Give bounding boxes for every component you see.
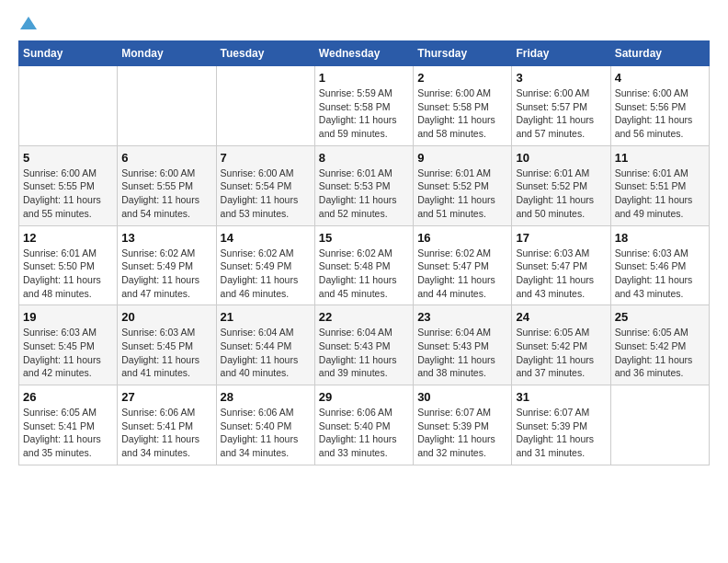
- calendar-cell: 20Sunrise: 6:03 AMSunset: 5:45 PMDayligh…: [118, 305, 216, 385]
- calendar-cell: 17Sunrise: 6:03 AMSunset: 5:47 PMDayligh…: [512, 225, 610, 305]
- calendar-cell: 6Sunrise: 6:00 AMSunset: 5:55 PMDaylight…: [118, 145, 216, 225]
- calendar-cell: 5Sunrise: 6:00 AMSunset: 5:55 PMDaylight…: [19, 145, 118, 225]
- day-number: 17: [516, 231, 606, 245]
- day-number: 20: [121, 310, 211, 324]
- calendar-cell: [610, 385, 709, 465]
- calendar-table: SundayMondayTuesdayWednesdayThursdayFrid…: [18, 40, 710, 465]
- day-info: Sunrise: 6:02 AMSunset: 5:49 PMDaylight:…: [121, 247, 211, 301]
- calendar-cell: 19Sunrise: 6:03 AMSunset: 5:45 PMDayligh…: [19, 305, 118, 385]
- weekday-header-tuesday: Tuesday: [216, 41, 314, 66]
- day-info: Sunrise: 5:59 AMSunset: 5:58 PMDaylight:…: [319, 86, 409, 141]
- day-number: 27: [121, 390, 211, 404]
- calendar-cell: 21Sunrise: 6:04 AMSunset: 5:44 PMDayligh…: [216, 305, 314, 385]
- calendar-week-row: 26Sunrise: 6:05 AMSunset: 5:41 PMDayligh…: [19, 385, 710, 465]
- day-number: 7: [221, 151, 311, 165]
- day-info: Sunrise: 6:00 AMSunset: 5:57 PMDaylight:…: [516, 86, 606, 141]
- day-number: 10: [516, 151, 606, 165]
- day-number: 24: [516, 310, 606, 324]
- calendar-cell: 23Sunrise: 6:04 AMSunset: 5:43 PMDayligh…: [414, 305, 512, 385]
- calendar-cell: 26Sunrise: 6:05 AMSunset: 5:41 PMDayligh…: [19, 385, 118, 465]
- calendar-week-row: 12Sunrise: 6:01 AMSunset: 5:50 PMDayligh…: [19, 225, 710, 305]
- day-info: Sunrise: 6:07 AMSunset: 5:39 PMDaylight:…: [516, 406, 606, 460]
- day-info: Sunrise: 6:01 AMSunset: 5:53 PMDaylight:…: [319, 167, 409, 221]
- day-number: 29: [319, 390, 409, 404]
- day-number: 6: [121, 151, 211, 165]
- day-info: Sunrise: 6:02 AMSunset: 5:47 PMDaylight:…: [417, 247, 507, 301]
- calendar-cell: 16Sunrise: 6:02 AMSunset: 5:47 PMDayligh…: [414, 225, 512, 305]
- calendar-cell: 1Sunrise: 5:59 AMSunset: 5:58 PMDaylight…: [314, 66, 413, 146]
- weekday-header-wednesday: Wednesday: [314, 41, 413, 66]
- calendar-cell: 15Sunrise: 6:02 AMSunset: 5:48 PMDayligh…: [314, 225, 413, 305]
- day-info: Sunrise: 6:07 AMSunset: 5:39 PMDaylight:…: [417, 406, 507, 460]
- day-info: Sunrise: 6:06 AMSunset: 5:40 PMDaylight:…: [221, 406, 311, 460]
- day-number: 5: [23, 151, 113, 165]
- logo-icon: [20, 15, 37, 31]
- calendar-cell: [118, 66, 216, 146]
- calendar-cell: 9Sunrise: 6:01 AMSunset: 5:52 PMDaylight…: [414, 145, 512, 225]
- day-info: Sunrise: 6:00 AMSunset: 5:55 PMDaylight:…: [23, 167, 113, 221]
- calendar-week-row: 19Sunrise: 6:03 AMSunset: 5:45 PMDayligh…: [19, 305, 710, 385]
- calendar-cell: [19, 66, 118, 146]
- day-number: 31: [516, 390, 606, 404]
- calendar-week-row: 1Sunrise: 5:59 AMSunset: 5:58 PMDaylight…: [19, 66, 710, 146]
- day-number: 28: [221, 390, 311, 404]
- day-number: 21: [221, 310, 311, 324]
- calendar-cell: 7Sunrise: 6:00 AMSunset: 5:54 PMDaylight…: [216, 145, 314, 225]
- calendar-cell: 24Sunrise: 6:05 AMSunset: 5:42 PMDayligh…: [512, 305, 610, 385]
- day-number: 25: [615, 310, 705, 324]
- weekday-header-monday: Monday: [118, 41, 216, 66]
- calendar-cell: 4Sunrise: 6:00 AMSunset: 5:56 PMDaylight…: [610, 66, 709, 146]
- day-number: 18: [615, 231, 705, 245]
- day-number: 1: [319, 71, 409, 85]
- calendar-cell: 11Sunrise: 6:01 AMSunset: 5:51 PMDayligh…: [610, 145, 709, 225]
- calendar-cell: 14Sunrise: 6:02 AMSunset: 5:49 PMDayligh…: [216, 225, 314, 305]
- calendar-cell: 12Sunrise: 6:01 AMSunset: 5:50 PMDayligh…: [19, 225, 118, 305]
- day-number: 23: [417, 310, 507, 324]
- day-info: Sunrise: 6:01 AMSunset: 5:50 PMDaylight:…: [23, 247, 113, 301]
- day-info: Sunrise: 6:00 AMSunset: 5:58 PMDaylight:…: [417, 86, 507, 141]
- day-number: 3: [516, 71, 606, 85]
- calendar-cell: 29Sunrise: 6:06 AMSunset: 5:40 PMDayligh…: [314, 385, 413, 465]
- calendar-cell: [216, 66, 314, 146]
- calendar-header: SundayMondayTuesdayWednesdayThursdayFrid…: [19, 41, 710, 66]
- day-info: Sunrise: 6:02 AMSunset: 5:48 PMDaylight:…: [319, 247, 409, 301]
- day-number: 13: [121, 231, 211, 245]
- weekday-header-friday: Friday: [512, 41, 610, 66]
- day-info: Sunrise: 6:03 AMSunset: 5:45 PMDaylight:…: [23, 326, 113, 380]
- day-number: 19: [23, 310, 113, 324]
- day-number: 2: [417, 71, 507, 85]
- day-info: Sunrise: 6:05 AMSunset: 5:41 PMDaylight:…: [23, 406, 113, 460]
- day-info: Sunrise: 6:00 AMSunset: 5:55 PMDaylight:…: [121, 167, 211, 221]
- svg-marker-0: [20, 17, 37, 29]
- day-info: Sunrise: 6:05 AMSunset: 5:42 PMDaylight:…: [615, 326, 705, 380]
- calendar-cell: 31Sunrise: 6:07 AMSunset: 5:39 PMDayligh…: [512, 385, 610, 465]
- day-number: 22: [319, 310, 409, 324]
- day-number: 12: [23, 231, 113, 245]
- calendar-cell: 2Sunrise: 6:00 AMSunset: 5:58 PMDaylight…: [414, 66, 512, 146]
- day-info: Sunrise: 6:02 AMSunset: 5:49 PMDaylight:…: [221, 247, 311, 301]
- day-number: 8: [319, 151, 409, 165]
- calendar-cell: 28Sunrise: 6:06 AMSunset: 5:40 PMDayligh…: [216, 385, 314, 465]
- day-info: Sunrise: 6:03 AMSunset: 5:47 PMDaylight:…: [516, 247, 606, 301]
- day-info: Sunrise: 6:03 AMSunset: 5:45 PMDaylight:…: [121, 326, 211, 380]
- day-number: 11: [615, 151, 705, 165]
- day-info: Sunrise: 6:04 AMSunset: 5:43 PMDaylight:…: [319, 326, 409, 380]
- day-info: Sunrise: 6:04 AMSunset: 5:44 PMDaylight:…: [221, 326, 311, 380]
- calendar-cell: 25Sunrise: 6:05 AMSunset: 5:42 PMDayligh…: [610, 305, 709, 385]
- day-info: Sunrise: 6:00 AMSunset: 5:54 PMDaylight:…: [221, 167, 311, 221]
- day-info: Sunrise: 6:03 AMSunset: 5:46 PMDaylight:…: [615, 247, 705, 301]
- weekday-header-saturday: Saturday: [610, 41, 709, 66]
- day-number: 30: [417, 390, 507, 404]
- calendar-cell: 3Sunrise: 6:00 AMSunset: 5:57 PMDaylight…: [512, 66, 610, 146]
- calendar-cell: 30Sunrise: 6:07 AMSunset: 5:39 PMDayligh…: [414, 385, 512, 465]
- page-header: [18, 18, 710, 31]
- calendar-cell: 10Sunrise: 6:01 AMSunset: 5:52 PMDayligh…: [512, 145, 610, 225]
- day-number: 14: [221, 231, 311, 245]
- calendar-cell: 27Sunrise: 6:06 AMSunset: 5:41 PMDayligh…: [118, 385, 216, 465]
- weekday-header-sunday: Sunday: [19, 41, 118, 66]
- calendar-cell: 18Sunrise: 6:03 AMSunset: 5:46 PMDayligh…: [610, 225, 709, 305]
- day-info: Sunrise: 6:04 AMSunset: 5:43 PMDaylight:…: [417, 326, 507, 380]
- day-info: Sunrise: 6:05 AMSunset: 5:42 PMDaylight:…: [516, 326, 606, 380]
- weekday-header-thursday: Thursday: [414, 41, 512, 66]
- day-info: Sunrise: 6:01 AMSunset: 5:52 PMDaylight:…: [417, 167, 507, 221]
